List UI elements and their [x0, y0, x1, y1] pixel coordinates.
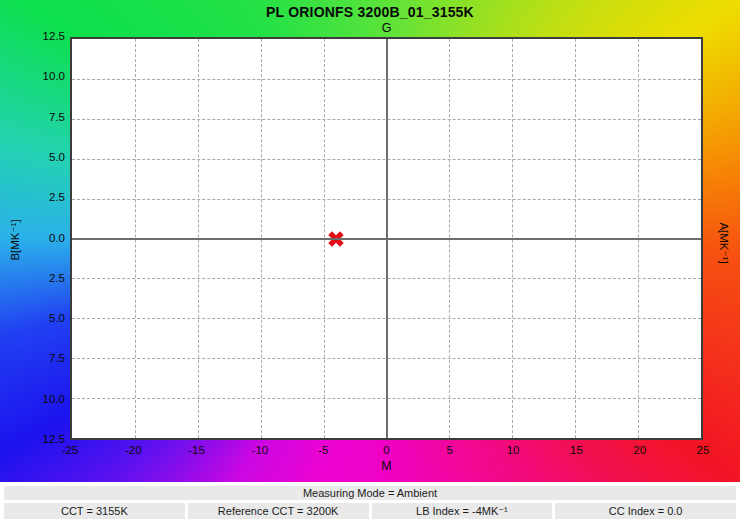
grid-line-horizontal — [72, 358, 701, 359]
grid-line-horizontal — [72, 119, 701, 120]
x-tick-label: -5 — [318, 444, 328, 456]
readout-reference-cct: Reference CCT = 3200K — [188, 503, 369, 519]
x-tick-label: -15 — [188, 444, 205, 456]
y-tick-label: 5.0 — [0, 151, 65, 163]
grid-line-horizontal — [72, 199, 701, 200]
y-tick-label: 2.5 — [0, 272, 65, 284]
axis-label-green: G — [70, 21, 703, 35]
y-tick-label: 12.5 — [0, 30, 65, 42]
readout-strip: CCT = 3155K Reference CCT = 3200K LB Ind… — [4, 503, 736, 519]
x-tick-label: 5 — [447, 444, 453, 456]
axis-label-amber: A[MK⁻¹] — [717, 222, 731, 263]
y-tick-label: 12.5 — [0, 433, 65, 445]
x-tick-label: -25 — [62, 444, 79, 456]
readout-cc-index: CC Index = 0.0 — [555, 503, 736, 519]
x-tick-label: 10 — [507, 444, 520, 456]
y-tick-label: 7.5 — [0, 352, 65, 364]
x-tick-label: 0 — [383, 444, 389, 456]
y-tick-label: 10.0 — [0, 393, 65, 405]
grid-line-horizontal — [72, 159, 701, 160]
y-tick-label: 0.0 — [0, 232, 65, 244]
y-tick-label: 7.5 — [0, 111, 65, 123]
readout-lb-index: LB Index = -4MK⁻¹ — [372, 503, 553, 519]
x-tick-label: -10 — [252, 444, 269, 456]
color-meter-screen: PL ORIONFS 3200B_01_3155K G M B[MK⁻¹] A[… — [0, 0, 740, 521]
x-tick-label: 25 — [697, 444, 710, 456]
grid-line-horizontal — [72, 398, 701, 399]
axis-label-magenta: M — [70, 459, 703, 473]
page-title: PL ORIONFS 3200B_01_3155K — [0, 4, 740, 20]
measuring-mode-bar: Measuring Mode = Ambient — [4, 486, 736, 500]
y-tick-label: 2.5 — [0, 191, 65, 203]
zero-line-horizontal — [72, 238, 701, 240]
grid-line-horizontal — [72, 318, 701, 319]
x-tick-label: 20 — [633, 444, 646, 456]
x-tick-label: 15 — [570, 444, 583, 456]
x-tick-label: -20 — [125, 444, 142, 456]
grid-line-horizontal — [72, 79, 701, 80]
y-tick-label: 10.0 — [0, 70, 65, 82]
plot-area — [70, 37, 703, 440]
grid-line-horizontal — [72, 278, 701, 279]
readout-cct: CCT = 3155K — [4, 503, 185, 519]
y-tick-label: 5.0 — [0, 312, 65, 324]
